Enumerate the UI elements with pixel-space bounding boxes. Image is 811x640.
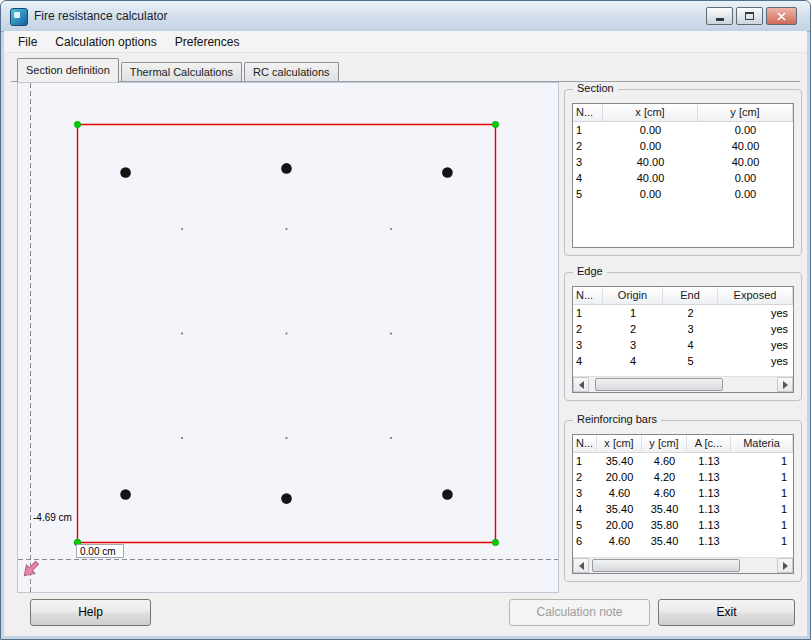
rebar-point[interactable] [281, 493, 292, 504]
table-cell: yes [718, 321, 793, 337]
rebar-point[interactable] [120, 489, 131, 500]
vertex-point[interactable] [74, 121, 80, 127]
scroll-left-icon [579, 381, 584, 389]
table-cell: 4.60 [642, 453, 687, 469]
scroll-left-button[interactable] [573, 558, 589, 573]
table-row[interactable]: 220.004.201.131 [573, 469, 793, 485]
vertex-point[interactable] [492, 539, 498, 545]
table-cell: 40.00 [698, 138, 793, 154]
table-row[interactable]: 135.404.601.131 [573, 453, 793, 469]
close-button[interactable] [766, 7, 797, 25]
tab-section-definition[interactable]: Section definition [17, 58, 119, 82]
table-row[interactable]: 34.604.601.131 [573, 485, 793, 501]
reinforcing-bars-table[interactable]: N...x [cm]y [cm]A [c...Materia 135.404.6… [572, 434, 794, 574]
menu-preferences[interactable]: Preferences [166, 33, 249, 51]
reinforcing-bars-table-body: 135.404.601.131220.004.201.13134.604.601… [573, 453, 793, 549]
column-header[interactable]: A [c... [687, 435, 731, 452]
column-header[interactable]: y [cm] [698, 104, 793, 121]
table-cell: 20.00 [597, 517, 642, 533]
table-cell: 35.40 [642, 501, 687, 517]
table-cell: 4.60 [597, 485, 642, 501]
section-panel: Section N...x [cm]y [cm] 10.000.0020.004… [564, 89, 802, 256]
column-header[interactable]: Materia [731, 435, 793, 452]
column-header[interactable]: y [cm] [642, 435, 687, 452]
tab-thermal-calculations[interactable]: Thermal Calculations [121, 62, 242, 81]
scroll-right-icon [783, 381, 788, 389]
table-cell: 35.40 [597, 453, 642, 469]
table-cell: 4.60 [597, 533, 642, 549]
column-header[interactable]: x [cm] [597, 435, 642, 452]
table-row[interactable]: 520.0035.801.131 [573, 517, 793, 533]
rebar-point[interactable] [120, 167, 131, 178]
section-table[interactable]: N...x [cm]y [cm] 10.000.0020.0040.00340.… [572, 103, 794, 248]
column-header[interactable]: N... [573, 287, 603, 304]
table-cell: 1.13 [687, 485, 731, 501]
table-cell: 1 [731, 453, 793, 469]
exit-button[interactable]: Exit [658, 599, 795, 626]
grid-dot [181, 437, 183, 439]
table-row[interactable]: 440.000.00 [573, 170, 793, 186]
table-cell: yes [718, 305, 793, 321]
table-row[interactable]: 340.0040.00 [573, 154, 793, 170]
table-cell: 35.80 [642, 517, 687, 533]
table-cell: 1 [731, 517, 793, 533]
help-button[interactable]: Help [30, 599, 151, 626]
table-row[interactable]: 10.000.00 [573, 122, 793, 138]
scrollbar-thumb[interactable] [595, 378, 723, 391]
column-header[interactable]: Exposed [718, 287, 793, 304]
bars-table-hscrollbar[interactable] [573, 557, 793, 573]
grid-dot [285, 228, 287, 230]
vertex-point[interactable] [492, 121, 498, 127]
table-row[interactable]: 50.000.00 [573, 186, 793, 202]
maximize-button[interactable] [736, 7, 763, 25]
grid-dot [390, 437, 392, 439]
menu-calculation-options[interactable]: Calculation options [46, 33, 165, 51]
scrollbar-thumb[interactable] [592, 559, 740, 572]
app-window: Fire resistance calculator File Calculat… [0, 0, 811, 640]
table-cell: yes [718, 337, 793, 353]
table-cell: 1 [731, 469, 793, 485]
table-row[interactable]: 20.0040.00 [573, 138, 793, 154]
table-row[interactable]: 445yes [573, 353, 793, 369]
table-cell: 40.00 [698, 154, 793, 170]
table-cell: 40.00 [603, 154, 698, 170]
section-canvas-svg[interactable]: -4.69 cm 0.00 cm [18, 83, 558, 592]
minimize-button[interactable] [706, 7, 733, 25]
section-drawing-area[interactable]: -4.69 cm 0.00 cm [17, 82, 559, 593]
edge-panel-title: Edge [573, 265, 607, 277]
scrollbar-track[interactable] [589, 377, 777, 392]
table-cell: 4.60 [642, 485, 687, 501]
tab-rc-calculations[interactable]: RC calculations [244, 62, 338, 81]
table-cell: 0.00 [698, 170, 793, 186]
table-cell: 5 [573, 517, 597, 533]
table-row[interactable]: 64.6035.401.131 [573, 533, 793, 549]
edge-table[interactable]: N...OriginEndExposed 112yes223yes334yes4… [572, 286, 794, 393]
table-cell: 1 [731, 485, 793, 501]
scroll-left-button[interactable] [573, 377, 589, 392]
column-header[interactable]: Origin [603, 287, 663, 304]
edge-table-hscrollbar[interactable] [573, 376, 793, 392]
column-header[interactable]: N... [573, 435, 597, 452]
table-cell: 1.13 [687, 517, 731, 533]
scrollbar-track[interactable] [589, 558, 777, 573]
table-row[interactable]: 435.4035.401.131 [573, 501, 793, 517]
rebar-point[interactable] [442, 489, 453, 500]
column-header[interactable]: End [663, 287, 718, 304]
table-cell: 6 [573, 533, 597, 549]
menu-file[interactable]: File [9, 33, 46, 51]
table-cell: 0.00 [603, 138, 698, 154]
title-bar[interactable]: Fire resistance calculator [1, 1, 810, 32]
table-cell: 0.00 [698, 186, 793, 202]
table-row[interactable]: 223yes [573, 321, 793, 337]
column-header[interactable]: x [cm] [603, 104, 698, 121]
scroll-right-button[interactable] [777, 558, 793, 573]
table-row[interactable]: 112yes [573, 305, 793, 321]
table-row[interactable]: 334yes [573, 337, 793, 353]
rebar-point[interactable] [442, 167, 453, 178]
table-cell: 1 [731, 501, 793, 517]
close-icon [777, 12, 786, 21]
column-header[interactable]: N... [573, 104, 603, 121]
scroll-right-button[interactable] [777, 377, 793, 392]
rebar-point[interactable] [281, 163, 292, 174]
table-cell: 1.13 [687, 469, 731, 485]
